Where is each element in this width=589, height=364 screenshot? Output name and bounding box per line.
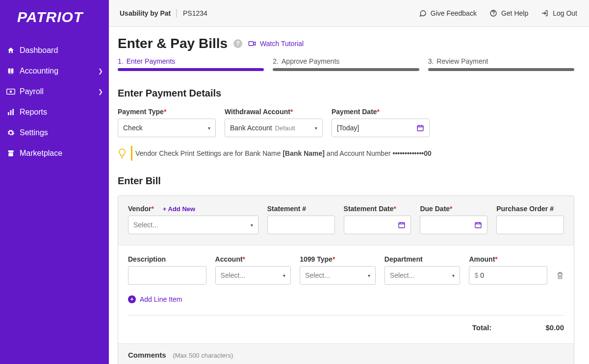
withdrawal-account-select[interactable]: Bank Account Default ▾ <box>225 119 323 137</box>
department-select[interactable]: Select... ▾ <box>384 266 461 285</box>
logout-icon <box>541 9 549 17</box>
statement-date-input[interactable] <box>344 216 411 234</box>
sidebar-item-payroll[interactable]: Payroll ❯ <box>0 81 109 102</box>
sidebar-item-marketplace[interactable]: Marketplace <box>0 143 109 164</box>
step-bar <box>273 68 419 71</box>
select-placeholder: Select... <box>390 271 415 279</box>
step-bar <box>428 68 574 71</box>
chevron-down-icon: ▾ <box>208 125 210 131</box>
top-link-label: Get Help <box>501 9 528 17</box>
payment-date-input[interactable]: [Today] <box>332 119 430 137</box>
watch-tutorial-link[interactable]: Watch Tutorial <box>248 40 304 48</box>
po-num-input[interactable] <box>496 216 564 234</box>
total-value: $0.00 <box>545 323 564 332</box>
bar-chart-icon <box>4 108 18 116</box>
brand-logo: PATRIOT <box>0 9 109 40</box>
top-link-label: Log Out <box>553 9 577 17</box>
svg-rect-10 <box>475 222 481 228</box>
chevron-right-icon: ❯ <box>98 68 103 74</box>
step-label: Approve Payments <box>282 57 339 65</box>
amount-label: Amount* <box>469 255 547 263</box>
sidebar-item-accounting[interactable]: Accounting ❯ <box>0 61 109 81</box>
calendar-icon[interactable] <box>398 221 406 229</box>
video-icon <box>248 40 256 48</box>
step-enter-payments[interactable]: 1. Enter Payments <box>118 57 264 71</box>
chevron-down-icon: ▾ <box>368 273 370 278</box>
home-icon <box>4 47 18 54</box>
select-tag: Default <box>275 124 295 132</box>
help-icon[interactable]: ? <box>233 39 242 48</box>
info-banner: Vendor Check Print Settings are for Bank… <box>118 148 574 159</box>
store-icon <box>4 149 18 157</box>
svg-rect-8 <box>417 125 423 131</box>
step-num: 1. <box>118 57 124 65</box>
svg-rect-3 <box>10 110 12 115</box>
step-num: 3. <box>428 57 434 65</box>
sidebar-item-dashboard[interactable]: Dashboard <box>0 40 109 61</box>
sidebar-item-settings[interactable]: Settings <box>0 122 109 143</box>
svg-rect-4 <box>12 109 14 115</box>
comments-label: Comments <box>128 351 166 359</box>
feedback-link[interactable]: Give Feedback <box>419 9 477 17</box>
select-value: Bank Account <box>230 124 272 132</box>
divider <box>128 315 564 315</box>
step-label: Enter Payments <box>127 57 176 65</box>
money-icon <box>4 88 18 95</box>
section-title-enter-bill: Enter Bill <box>118 175 574 187</box>
logout-link[interactable]: Log Out <box>541 9 577 17</box>
sidebar-item-reports[interactable]: Reports <box>0 102 109 122</box>
svg-rect-7 <box>249 42 253 46</box>
total-row: Total: $0.00 <box>128 323 564 343</box>
banner-text: Vendor Check Print Settings are for Bank… <box>135 149 432 157</box>
add-vendor-link[interactable]: + Add New <box>163 205 195 213</box>
step-label: Review Payment <box>436 57 488 65</box>
chat-icon <box>419 9 427 17</box>
sidebar-item-label: Accounting <box>20 67 58 75</box>
step-bar <box>118 68 264 71</box>
payment-type-select[interactable]: Check ▾ <box>118 119 216 137</box>
statement-num-input[interactable] <box>267 216 335 234</box>
t1099-select[interactable]: Select... ▾ <box>300 266 376 285</box>
company-name: Usability by Pat <box>120 9 171 17</box>
step-num: 2. <box>273 57 279 65</box>
vendor-select[interactable]: Select... ▾ <box>128 216 258 234</box>
calendar-icon[interactable] <box>416 124 424 132</box>
withdrawal-account-label: Withdrawal Account* <box>225 108 323 116</box>
svg-point-1 <box>10 91 12 93</box>
sidebar-item-label: Dashboard <box>20 46 58 55</box>
statement-date-label: Statement Date* <box>344 205 411 213</box>
account-select[interactable]: Select... ▾ <box>215 266 291 285</box>
due-date-label: Due Date* <box>420 205 487 213</box>
select-placeholder: Select... <box>305 271 330 279</box>
sidebar-item-label: Reports <box>20 108 47 117</box>
lightbulb-icon <box>118 148 127 159</box>
account-label: Account* <box>215 255 291 263</box>
delete-line-button[interactable] <box>556 271 564 285</box>
due-date-input[interactable] <box>420 216 487 234</box>
section-title-payment-details: Enter Payment Details <box>118 88 574 99</box>
step-review-payment[interactable]: 3. Review Payment <box>428 57 574 71</box>
chevron-down-icon: ▾ <box>283 273 285 278</box>
vendor-label: Vendor* + Add New <box>128 205 258 213</box>
comments-section: Comments (Max 500 characters) <box>118 343 574 364</box>
calendar-icon[interactable] <box>474 221 482 229</box>
add-line-item-button[interactable]: + Add Line Item <box>128 295 182 303</box>
step-tracker: 1. Enter Payments 2. Approve Payments 3. <box>118 57 574 71</box>
sidebar-item-label: Marketplace <box>20 149 62 158</box>
total-label: Total: <box>472 323 492 332</box>
help-circle-icon <box>489 9 497 17</box>
tutorial-label: Watch Tutorial <box>260 40 304 48</box>
amount-input[interactable]: $ 0 <box>469 266 547 285</box>
statement-num-label: Statement # <box>267 205 335 213</box>
amount-value: 0 <box>480 271 484 279</box>
step-approve-payments[interactable]: 2. Approve Payments <box>273 57 419 71</box>
plus-circle-icon: + <box>128 295 136 303</box>
topbar: Usability by Pat │ PS1234 Give Feedback … <box>109 0 589 27</box>
select-value: Check <box>123 124 143 132</box>
gear-icon <box>4 129 18 137</box>
bill-card: Vendor* + Add New Select... ▾ Statement … <box>118 195 574 364</box>
svg-rect-9 <box>399 222 405 228</box>
help-link[interactable]: Get Help <box>489 9 528 17</box>
description-input[interactable] <box>128 266 206 285</box>
chevron-down-icon: ▾ <box>251 222 253 228</box>
